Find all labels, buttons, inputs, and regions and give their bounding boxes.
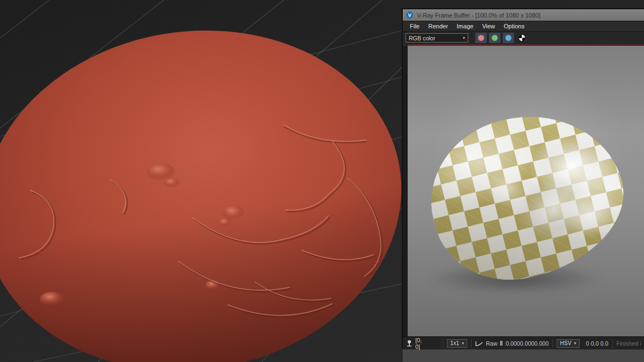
chevron-down-icon: ▾ <box>462 341 464 346</box>
menu-render[interactable]: Render <box>425 22 452 30</box>
color-space-value: HSV <box>560 340 571 346</box>
chevron-down-icon: ▾ <box>574 341 576 346</box>
raw-label: Raw <box>486 340 497 347</box>
hsv-value-h: 0 <box>580 340 589 347</box>
monochrome-channel-button[interactable] <box>516 33 528 43</box>
blue-channel-icon <box>505 35 511 41</box>
sampled-color-swatch <box>499 340 503 346</box>
monochrome-channel-icon <box>519 35 525 41</box>
vray-logo-icon: V <box>406 11 413 19</box>
vfb-statusbar: [0, 0] 1x1 ▾ Raw 0.000 0.000 0.000 HSV ▾… <box>403 336 644 349</box>
blue-channel-button[interactable] <box>503 33 514 43</box>
statusbar-separator <box>612 339 613 348</box>
raw-value-r: 0.000 <box>505 340 520 347</box>
red-channel-button[interactable] <box>475 33 487 43</box>
hsv-value-v: 0.0 <box>599 340 609 347</box>
vfb-footer-strip <box>403 349 644 362</box>
green-channel-button[interactable] <box>489 33 500 43</box>
raw-value-b: 0.000 <box>534 340 548 347</box>
color-space-dropdown[interactable]: HSV ▾ <box>557 339 580 348</box>
green-channel-icon <box>492 35 498 41</box>
vfb-menubar: File Render Image View Options <box>403 21 644 32</box>
render-frame <box>403 46 644 336</box>
menu-file[interactable]: File <box>406 22 424 30</box>
menu-options[interactable]: Options <box>500 22 528 30</box>
pixel-coords: [0, 0] <box>415 337 422 350</box>
zoom-value: 1x1 <box>450 340 459 346</box>
render-egg-checkered <box>414 96 639 297</box>
toolbar-separator <box>472 33 472 43</box>
zoom-dropdown[interactable]: 1x1 ▾ <box>447 339 467 348</box>
vfb-window-title: V-Ray Frame Buffer - [100.0% of 1080 x 1… <box>417 12 540 19</box>
menu-view[interactable]: View <box>478 22 499 30</box>
vfb-toolbar: RGB color ▾ <box>403 32 644 44</box>
red-channel-icon <box>478 35 484 41</box>
channel-select-value: RGB color <box>409 35 435 41</box>
vray-frame-buffer-window: V V-Ray Frame Buffer - [100.0% of 1080 x… <box>402 8 644 348</box>
vfb-titlebar[interactable]: V V-Ray Frame Buffer - [100.0% of 1080 x… <box>403 9 644 21</box>
menu-image[interactable]: Image <box>453 22 478 30</box>
statusbar-separator <box>552 339 553 348</box>
red-egg-model[interactable] <box>0 1 426 362</box>
rendered-image[interactable] <box>408 46 644 336</box>
chevron-down-icon: ▾ <box>463 36 465 40</box>
color-curve-icon[interactable] <box>475 340 483 347</box>
pixel-probe-pin-icon[interactable] <box>406 340 413 347</box>
channel-select-dropdown[interactable]: RGB color ▾ <box>406 33 468 43</box>
render-egg-shading <box>414 96 639 297</box>
statusbar-separator <box>471 339 472 348</box>
statusbar-separator <box>443 339 443 348</box>
hsv-value-s: 0.0 <box>589 340 599 347</box>
raw-value-g: 0.000 <box>520 340 534 347</box>
render-status-text: Finished in [00:00: <box>617 340 641 347</box>
